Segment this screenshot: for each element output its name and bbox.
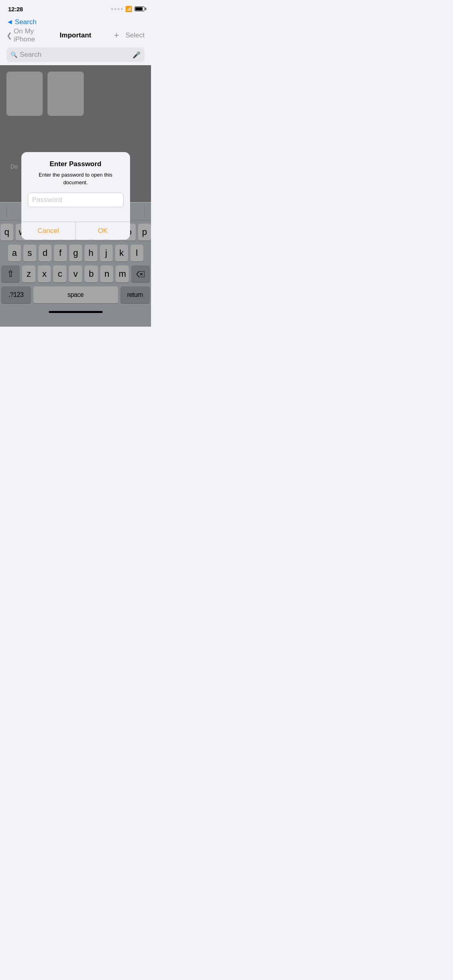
password-dialog: Enter Password Enter the password to ope…: [21, 152, 130, 239]
status-bar: 12:28 📶: [0, 0, 151, 18]
search-placeholder: Search: [20, 51, 130, 59]
add-button[interactable]: +: [114, 30, 119, 41]
back-search-label: Search: [15, 18, 37, 26]
nav-title: Important: [52, 31, 98, 39]
nav-back-label: On My iPhone: [14, 27, 52, 43]
back-chevron-icon: ◄: [6, 18, 13, 26]
back-nav: ◄ Search: [0, 18, 151, 27]
microphone-icon[interactable]: 🎤: [132, 51, 141, 59]
battery-icon: [134, 6, 145, 11]
nav-back-chevron-icon: ❮: [6, 31, 12, 40]
signal-icon: [111, 8, 123, 10]
status-icons: 📶: [111, 6, 145, 12]
password-input-wrap: [28, 193, 124, 207]
dialog-title: Enter Password: [28, 160, 124, 168]
status-time: 12:28: [8, 6, 23, 12]
wifi-icon: 📶: [125, 6, 132, 12]
nav-back-area[interactable]: ❮ On My iPhone: [6, 27, 52, 43]
dialog-message: Enter the password to open this document…: [28, 171, 124, 186]
modal-content: Enter Password Enter the password to ope…: [21, 152, 130, 215]
modal-buttons: Cancel OK: [21, 222, 130, 240]
nav-actions: + Select: [99, 30, 145, 41]
select-button[interactable]: Select: [126, 31, 145, 39]
main-content: Do Enter Password Enter the password to …: [0, 65, 151, 327]
password-input[interactable]: [28, 193, 124, 207]
search-bar[interactable]: 🔍 Search 🎤: [6, 47, 145, 62]
back-search-link[interactable]: ◄ Search: [6, 18, 37, 26]
nav-header: ❮ On My iPhone Important + Select: [0, 27, 151, 44]
search-bar-container: 🔍 Search 🎤: [0, 44, 151, 65]
modal-overlay: Enter Password Enter the password to ope…: [0, 65, 151, 327]
cancel-button[interactable]: Cancel: [21, 222, 76, 240]
ok-button[interactable]: OK: [76, 222, 130, 240]
search-icon: 🔍: [10, 51, 17, 58]
